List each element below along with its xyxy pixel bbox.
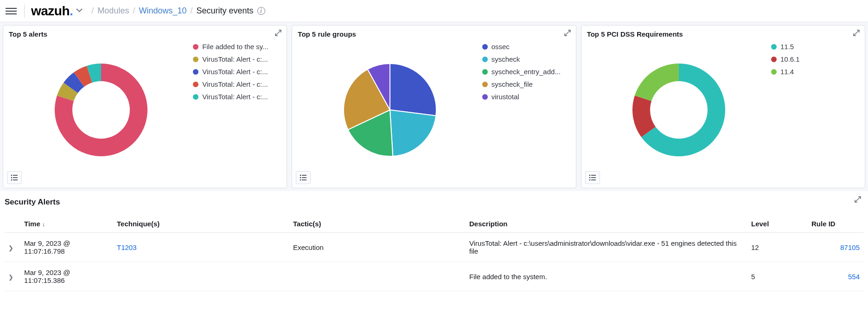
alerts-tbody: ❯ Mar 9, 2023 @ 11:07:16.798 T1203 Execu…: [5, 233, 863, 291]
column-level[interactable]: Level: [747, 215, 808, 233]
legend-item[interactable]: VirusTotal: Alert - c:...: [193, 68, 281, 76]
svg-rect-15: [591, 175, 596, 176]
legend-label: VirusTotal: Alert - c:...: [202, 68, 268, 76]
column-technique[interactable]: Technique(s): [113, 215, 289, 233]
legend-swatch: [482, 94, 488, 100]
svg-point-3: [11, 177, 13, 179]
list-icon[interactable]: [585, 171, 600, 184]
legend-item[interactable]: 10.6.1: [771, 55, 859, 63]
svg-point-13: [650, 81, 708, 139]
svg-point-1: [11, 175, 13, 176]
info-icon[interactable]: i: [257, 7, 265, 15]
legend-item[interactable]: syscheck: [482, 55, 570, 63]
expand-icon[interactable]: [274, 29, 282, 38]
security-alerts-section: Security Alerts Time↓ Technique(s) Tacti…: [0, 191, 868, 298]
legend-label: VirusTotal: Alert - c:...: [202, 93, 268, 101]
legend-pci: 11.510.6.111.4: [771, 43, 859, 80]
legend-item[interactable]: VirusTotal: Alert - c:...: [193, 80, 281, 88]
rule-id-link[interactable]: 87105: [840, 243, 860, 251]
menu-icon[interactable]: [6, 6, 17, 17]
column-expand: [5, 215, 20, 233]
cell-tactic: Execution: [289, 233, 466, 262]
cell-time: Mar 9, 2023 @ 11:07:16.798: [20, 233, 113, 262]
legend-swatch: [193, 94, 198, 100]
svg-point-14: [589, 175, 590, 176]
table-row: ❯ Mar 9, 2023 @ 11:07:16.798 T1203 Execu…: [5, 233, 863, 262]
legend-item[interactable]: 11.5: [771, 43, 859, 51]
logo[interactable]: wazuh.: [31, 4, 73, 19]
column-rule-id[interactable]: Rule ID: [808, 215, 863, 233]
legend-swatch: [193, 44, 198, 50]
legend-item[interactable]: syscheck_entry_add...: [482, 68, 570, 76]
svg-rect-4: [13, 177, 18, 178]
logo-dot: .: [70, 4, 73, 18]
svg-rect-6: [13, 179, 18, 180]
list-icon[interactable]: [7, 171, 22, 184]
breadcrumb-agent[interactable]: Windows_10: [139, 6, 186, 16]
expand-icon[interactable]: [564, 29, 571, 38]
svg-rect-17: [591, 177, 596, 178]
legend-label: 10.6.1: [780, 55, 800, 63]
panel-top-rule-groups: Top 5 rule groups ossecsyschecksyscheck_…: [292, 25, 576, 188]
cell-description: VirusTotal: Alert - c:\users\administrat…: [466, 233, 747, 262]
legend-swatch: [193, 69, 198, 75]
legend-item[interactable]: VirusTotal: Alert - c:...: [193, 55, 281, 63]
legend-item[interactable]: virustotal: [482, 93, 570, 101]
expand-icon[interactable]: [854, 196, 862, 205]
svg-point-9: [300, 177, 301, 179]
panel-title: Top 5 alerts: [9, 30, 281, 38]
panels-row: Top 5 alerts File added to the sy...Viru…: [0, 22, 868, 191]
legend-label: syscheck: [491, 55, 520, 63]
legend-swatch: [771, 44, 777, 50]
legend-item[interactable]: 11.4: [771, 68, 859, 76]
top-bar: wazuh. / Modules / Windows_10 / Security…: [0, 0, 868, 22]
list-icon[interactable]: [296, 171, 311, 184]
column-description[interactable]: Description: [466, 215, 747, 233]
separator: [24, 5, 25, 18]
breadcrumb-modules[interactable]: Modules: [97, 6, 129, 16]
cell-tactic: [289, 262, 466, 291]
column-time[interactable]: Time↓: [20, 215, 113, 233]
svg-rect-19: [591, 179, 596, 180]
logo-text: wazuh: [31, 4, 70, 18]
legend-swatch: [482, 44, 488, 50]
legend-swatch: [482, 82, 488, 87]
legend-alerts: File added to the sy...VirusTotal: Alert…: [193, 43, 281, 105]
legend-label: syscheck_entry_add...: [491, 68, 561, 76]
svg-rect-2: [13, 175, 18, 176]
svg-point-11: [300, 179, 301, 181]
panel-title: Top 5 PCI DSS Requirements: [587, 30, 859, 38]
legend-label: File added to the sy...: [202, 43, 268, 51]
rule-id-link[interactable]: 554: [848, 273, 860, 281]
cell-description: File added to the system.: [466, 262, 747, 291]
column-tactic[interactable]: Tactic(s): [289, 215, 466, 233]
legend-item[interactable]: ossec: [482, 43, 570, 51]
legend-label: virustotal: [491, 93, 519, 101]
cell-time: Mar 9, 2023 @ 11:07:15.386: [20, 262, 113, 291]
breadcrumb-current: Security events: [197, 6, 254, 16]
legend-label: 11.4: [780, 68, 794, 76]
expand-row-icon[interactable]: ❯: [8, 274, 13, 281]
legend-item[interactable]: syscheck_file: [482, 80, 570, 88]
legend-label: VirusTotal: Alert - c:...: [202, 55, 268, 63]
panel-title: Top 5 rule groups: [298, 30, 570, 38]
legend-label: 11.5: [780, 43, 794, 51]
technique-link[interactable]: T1203: [117, 243, 137, 251]
chevron-down-icon[interactable]: [76, 6, 83, 15]
legend-item[interactable]: File added to the sy...: [193, 43, 281, 51]
legend-label: ossec: [491, 43, 510, 51]
breadcrumb-separator: /: [190, 6, 192, 16]
svg-rect-10: [302, 177, 306, 178]
expand-row-icon[interactable]: ❯: [8, 244, 13, 251]
panel-top-pci: Top 5 PCI DSS Requirements 11.510.6.111.…: [581, 25, 865, 188]
sort-down-icon: ↓: [42, 221, 45, 228]
svg-rect-12: [302, 179, 306, 180]
svg-point-5: [11, 179, 13, 181]
legend-swatch: [771, 57, 777, 62]
donut-chart-pci: [587, 43, 771, 177]
expand-icon[interactable]: [853, 29, 860, 38]
breadcrumb-separator: /: [133, 6, 135, 16]
table-row: ❯ Mar 9, 2023 @ 11:07:15.386 File added …: [5, 262, 863, 291]
legend-label: VirusTotal: Alert - c:...: [202, 80, 268, 88]
legend-item[interactable]: VirusTotal: Alert - c:...: [193, 93, 281, 101]
